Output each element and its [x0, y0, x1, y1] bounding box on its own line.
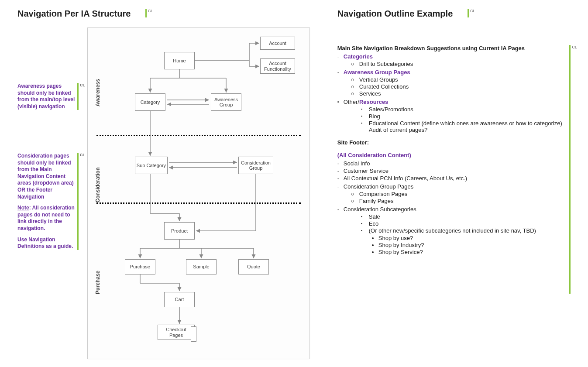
left-column: Navigation Per IA Structure CL Awareness… [17, 9, 311, 359]
node-product: Product [164, 222, 195, 240]
right-title: Navigation Outline Example [337, 9, 453, 19]
awareness-note-text: Awareness pages should only be linked fr… [17, 83, 75, 110]
flowchart-arrows [88, 28, 309, 359]
left-title: Navigation Per IA Structure [17, 9, 131, 19]
awareness-block: Awareness Group Pages Vertical Groups Cu… [337, 69, 567, 97]
consideration-group-label: Consideration Group Pages [344, 183, 413, 190]
consideration-note-p3: Use Navigation Definitions as a guide. [17, 237, 76, 250]
comment-tag-icon: CL [468, 9, 475, 17]
list-item: Family Pages [351, 198, 567, 204]
node-awareness-group: Awareness Group [211, 93, 241, 111]
awareness-label: Awareness [95, 63, 101, 106]
right-column: Navigation Outline Example CL Main Site … [337, 9, 571, 294]
list-item: Shop by Industry? [378, 242, 567, 248]
list-item: Social Info [337, 160, 567, 167]
other-block: Other/Resources Sales/Promotions Blog Ed… [337, 99, 567, 133]
purchase-label: Purchase [95, 255, 101, 294]
list-item: Drill to Subcategories [351, 61, 567, 67]
list-item: Sale [361, 213, 567, 220]
list-item: Blog [361, 113, 567, 120]
node-consideration-group: Consideration Group [238, 157, 273, 174]
consideration-label: Consideration [95, 150, 101, 202]
list-item: All Contextual PCN Info (Careers, About … [337, 175, 567, 182]
categories-label: Categories [344, 53, 373, 60]
list-item: Services [351, 90, 567, 97]
awareness-note: Awareness pages should only be linked fr… [17, 83, 79, 110]
other-prefix: Other/ [344, 99, 359, 105]
list-item: Curated Collections [351, 83, 567, 90]
list-item: Shop by Service? [378, 249, 567, 255]
list-item: (Or other new/specific subcategories not… [361, 227, 567, 234]
consideration-group-block: Consideration Group Pages Comparison Pag… [337, 183, 567, 204]
outline-body: Main Site Navigation Breakdown Suggestio… [337, 45, 571, 294]
consideration-sub-label: Consideration Subcategories [344, 206, 416, 213]
list-item: Shop by use? [378, 235, 567, 241]
list-item: Educational Content (define which ones a… [361, 120, 567, 133]
other-label: Resources [359, 99, 388, 105]
ia-flowchart: Awareness Consideration Purchase Home Ac… [87, 27, 310, 359]
node-sample: Sample [186, 259, 217, 274]
footer-top-block: Social Info Customer Service All Context… [337, 160, 567, 182]
node-account-func: Account Functionality [260, 58, 295, 74]
list-item: Eco [361, 220, 567, 227]
node-checkout: Checkout Pages [158, 325, 195, 340]
awareness-label: Awareness Group Pages [344, 69, 410, 75]
categories-block: Categories Drill to Subcategories [337, 53, 567, 67]
list-item: Vertical Groups [351, 76, 567, 83]
comment-tag-icon: CL [145, 9, 153, 17]
all-consideration: (All Consideration Content) [337, 152, 411, 158]
divider-1 [96, 135, 301, 136]
list-item: Sales/Promotions [361, 106, 567, 113]
node-purchase: Purchase [125, 259, 155, 274]
consideration-sub-block: Consideration Subcategories Sale Eco (Or… [337, 206, 567, 255]
consideration-note: Consideration pages should only be linke… [17, 153, 79, 250]
list-item: Comparison Pages [351, 191, 567, 197]
section-title: Main Site Navigation Breakdown Suggestio… [337, 45, 525, 51]
node-category: Category [135, 93, 165, 111]
consideration-note-p2: Note: All consideration pages do not nee… [17, 205, 76, 232]
list-item: Customer Service [337, 168, 567, 174]
footer-title: Site Footer: [337, 139, 369, 146]
node-sub-category: Sub Category [135, 157, 168, 174]
node-quote: Quote [238, 259, 269, 274]
divider-2 [96, 202, 301, 204]
consideration-note-p1: Consideration pages should only be linke… [17, 153, 76, 200]
node-account: Account [260, 37, 295, 50]
node-home: Home [164, 52, 195, 69]
node-cart: Cart [164, 292, 195, 307]
note-label: Note [17, 205, 29, 211]
node-checkout-stack [191, 326, 196, 342]
